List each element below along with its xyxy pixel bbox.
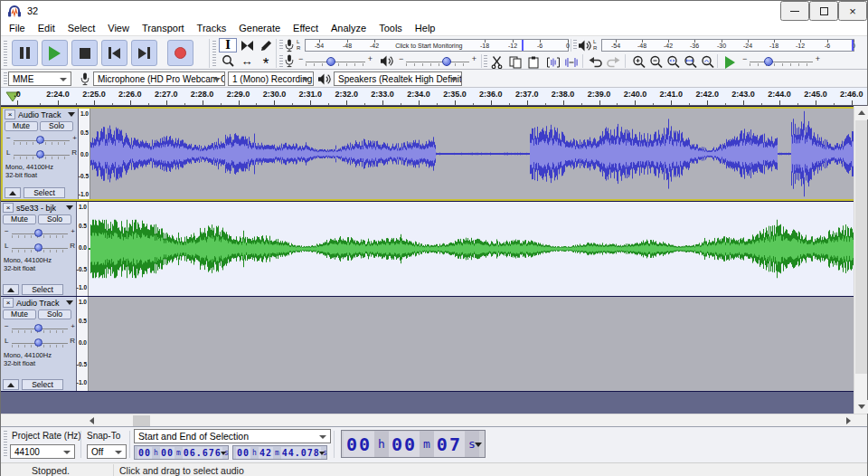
transport-toolbar-grabber[interactable] (4, 41, 7, 66)
menu-select[interactable]: Select (61, 22, 102, 34)
play-speed-slider[interactable]: −+ (741, 54, 822, 69)
collapse-track-button[interactable] (3, 284, 19, 295)
scroll-left-button[interactable] (85, 414, 99, 426)
recording-channels-select[interactable]: 1 (Mono) Recording Chann (228, 71, 314, 86)
close-button[interactable]: × (838, 1, 867, 21)
track-title[interactable]: Audio Track (18, 110, 61, 119)
track-2-waveform[interactable] (89, 202, 855, 296)
trim-audio-button[interactable] (544, 54, 561, 70)
menu-transport[interactable]: Transport (136, 22, 191, 34)
selection-start-field[interactable]: 00h00m06.676s (134, 445, 229, 460)
track-1-waveform[interactable] (90, 109, 854, 199)
stop-button[interactable] (71, 40, 98, 66)
gain-slider[interactable]: − + (3, 226, 75, 240)
track-close-button[interactable]: × (3, 298, 14, 308)
play-button[interactable] (42, 40, 68, 66)
track-menu-caret-icon[interactable] (66, 205, 73, 210)
playback-device-select[interactable]: Speakers (Realtek High Definiti (334, 71, 462, 86)
zoom-tool-button[interactable] (219, 53, 237, 68)
audio-host-select[interactable]: MME (8, 71, 71, 86)
select-track-button[interactable]: Select (22, 284, 63, 295)
scroll-up-button[interactable] (854, 106, 868, 119)
playback-meter-grabber[interactable] (573, 40, 577, 51)
menu-tools[interactable]: Tools (373, 22, 409, 34)
draw-tool-button[interactable] (257, 38, 275, 52)
menu-help[interactable]: Help (409, 22, 442, 34)
undo-button[interactable] (587, 54, 604, 70)
skip-to-end-button[interactable] (131, 40, 157, 66)
track-close-button[interactable]: × (3, 203, 14, 213)
vertical-scrollbar[interactable] (854, 106, 867, 414)
audio-position-field[interactable]: 00h00m07s (341, 430, 486, 458)
menu-edit[interactable]: Edit (32, 22, 61, 34)
gain-thumb[interactable] (36, 136, 44, 144)
multi-tool-button[interactable]: * (257, 53, 275, 68)
selection-toolbar-grabber[interactable] (4, 431, 7, 458)
redo-button[interactable] (605, 54, 622, 70)
track-3-waveform[interactable] (89, 297, 855, 391)
menu-analyze[interactable]: Analyze (325, 22, 373, 34)
pan-slider[interactable]: L R (3, 241, 75, 254)
track-menu-caret-icon[interactable] (66, 300, 73, 305)
edit-toolbar-grabber[interactable] (484, 55, 487, 67)
gain-slider[interactable]: − + (3, 321, 75, 335)
playback-meter[interactable]: -54-48-42-36-30-24-18-12-60 (601, 39, 854, 52)
skip-to-start-button[interactable] (101, 40, 127, 66)
select-track-button[interactable]: Select (24, 187, 65, 198)
solo-button[interactable]: Solo (40, 121, 73, 131)
copy-button[interactable] (506, 54, 524, 70)
selection-tool-button[interactable]: I (219, 38, 237, 52)
envelope-tool-button[interactable] (238, 38, 256, 52)
track-title[interactable]: Audio Track (16, 299, 60, 308)
recording-meter-grabber[interactable] (279, 40, 283, 51)
horizontal-scrollbar[interactable] (1, 414, 867, 426)
menu-file[interactable]: File (3, 22, 32, 34)
gain-thumb[interactable] (34, 324, 42, 332)
time-shift-tool-button[interactable]: ↔ (238, 53, 256, 68)
recording-volume-thumb[interactable] (326, 57, 335, 66)
zoom-out-button[interactable] (647, 54, 665, 70)
scroll-right-button[interactable] (842, 414, 855, 426)
zoom-selection-button[interactable] (665, 54, 682, 70)
menu-generate[interactable]: Generate (232, 22, 287, 34)
mute-button[interactable]: Mute (3, 214, 36, 224)
play-at-speed-button[interactable] (722, 54, 739, 70)
silence-audio-button[interactable] (562, 54, 580, 70)
mute-button[interactable]: Mute (3, 309, 36, 319)
collapse-track-button[interactable] (5, 187, 21, 198)
track-title[interactable]: s5e33 - bjk (16, 204, 56, 213)
solo-button[interactable]: Solo (38, 214, 71, 224)
timeline-ruler[interactable]: .02:24.02:25.02:26.02:27.02:28.02:29.02:… (1, 88, 867, 106)
pan-slider[interactable]: L R (5, 148, 77, 161)
record-button[interactable] (167, 40, 193, 66)
maximize-button[interactable] (809, 1, 838, 21)
selection-end-field[interactable]: 00h42m44.078s (232, 445, 327, 460)
vertical-scroll-thumb[interactable] (855, 120, 867, 374)
selection-mode-select[interactable]: Start and End of Selection (134, 429, 331, 443)
playback-volume-thumb[interactable] (442, 57, 451, 66)
scroll-down-button[interactable] (854, 400, 868, 414)
cut-button[interactable] (488, 54, 505, 70)
recording-volume-slider[interactable]: −+ (297, 54, 374, 69)
horizontal-scroll-thumb[interactable] (133, 415, 150, 426)
track-menu-caret-icon[interactable] (68, 112, 75, 117)
pan-thumb[interactable] (36, 150, 44, 158)
minimize-button[interactable] (780, 1, 809, 21)
solo-button[interactable]: Solo (38, 309, 71, 319)
zoom-toggle-button[interactable] (699, 54, 716, 70)
menu-effect[interactable]: Effect (287, 22, 325, 34)
project-rate-select[interactable]: 44100 (10, 444, 75, 459)
pan-slider[interactable]: L R (3, 336, 75, 349)
tools-toolbar-grabber[interactable] (212, 41, 216, 66)
snap-to-select[interactable]: Off (87, 444, 127, 459)
paste-button[interactable] (524, 54, 542, 70)
mute-button[interactable]: Mute (5, 121, 38, 131)
menu-view[interactable]: View (101, 22, 136, 34)
menu-tracks[interactable]: Tracks (191, 22, 233, 34)
gain-thumb[interactable] (34, 229, 42, 237)
pan-thumb[interactable] (34, 243, 42, 252)
recording-device-select[interactable]: Microphone (HD Pro Webcam C920) (93, 71, 225, 86)
zoom-in-button[interactable] (630, 54, 647, 70)
pause-button[interactable] (12, 40, 38, 66)
gain-slider[interactable]: − + (5, 133, 77, 147)
